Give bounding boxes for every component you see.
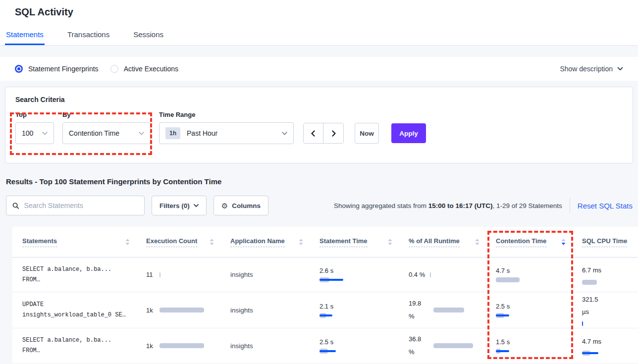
- radio-active-executions[interactable]: Active Executions: [110, 65, 179, 73]
- contention-time-cell: 1.5 s: [496, 338, 582, 354]
- chevron-down-icon: [617, 67, 623, 71]
- table-row: SELECT a.balance, b.ba... FROM… 11 insig…: [12, 258, 638, 292]
- sort-icon: [388, 239, 392, 245]
- chevron-down-icon: [139, 132, 144, 135]
- search-criteria-panel: Search Criteria Top 100 By Contention Ti…: [5, 87, 633, 163]
- top-field: Top 100: [15, 111, 54, 144]
- radio-selected-icon: [15, 65, 23, 73]
- apply-button[interactable]: Apply: [391, 123, 426, 143]
- runtime-pct-cell: 19.8 %: [409, 297, 496, 323]
- statement-time-cell: 2.5 s: [319, 338, 409, 354]
- runtime-pct-bar: [433, 343, 473, 348]
- runtime-pct-bar: [430, 272, 431, 277]
- sql-cpu-time-bar: [582, 351, 598, 356]
- column-header-runtime-pct[interactable]: % of All Runtime: [409, 237, 496, 247]
- reset-sql-stats-link[interactable]: Reset SQL Stats: [578, 202, 633, 210]
- page-header: SQL Activity Statements Transactions Ses…: [0, 0, 638, 46]
- radio-statement-fingerprints[interactable]: Statement Fingerprints: [15, 65, 99, 73]
- application-name-cell: insights: [230, 342, 319, 350]
- show-description-label: Show description: [560, 65, 613, 73]
- sort-icon-active-desc: [561, 239, 566, 245]
- column-header-statement-time[interactable]: Statement Time: [319, 237, 409, 247]
- radio-label: Active Executions: [124, 65, 179, 73]
- statement-link[interactable]: SELECT a.balance, b.ba... FROM…: [22, 335, 146, 356]
- table-row: SELECT a.balance, b.ba... FROM… 1k insig…: [12, 328, 638, 363]
- time-step-buttons: [303, 123, 344, 144]
- filters-label: Filters (0): [160, 202, 190, 209]
- aggregated-stats-text: Showing aggregated stats from 15:00 to 1…: [334, 202, 562, 209]
- top-select-value: 100: [22, 129, 33, 137]
- sql-cpu-time-bar: [582, 321, 583, 326]
- search-statements-input[interactable]: [24, 202, 138, 209]
- time-range-label: Time Range: [159, 111, 294, 118]
- results-heading: Results - Top 100 Statement Fingerprints…: [6, 177, 638, 186]
- statement-time-cell: 2.1 s: [319, 303, 409, 318]
- by-select[interactable]: Contention Time: [62, 122, 151, 144]
- sort-icon: [299, 239, 303, 245]
- runtime-pct-cell: 0.4 %: [409, 268, 496, 281]
- statement-link[interactable]: SELECT a.balance, b.ba... FROM…: [22, 264, 146, 285]
- radio-unselected-icon: [110, 65, 118, 73]
- now-button[interactable]: Now: [355, 123, 379, 144]
- application-name-cell: insights: [230, 271, 319, 278]
- runtime-pct-bar: [433, 308, 464, 312]
- contention-time-cell: 2.5 s: [496, 303, 582, 318]
- statement-time-bar: [319, 277, 343, 282]
- chevron-left-icon: [310, 130, 317, 137]
- statement-link[interactable]: UPDATE insights_workload_table_0 SE…: [22, 300, 146, 320]
- execution-count-bar: [160, 308, 204, 312]
- time-range-select[interactable]: 1h Past Hour: [159, 122, 294, 144]
- next-time-button[interactable]: [323, 123, 343, 143]
- execution-count-cell: 1k: [146, 342, 230, 350]
- column-header-execution-count[interactable]: Execution Count: [146, 237, 230, 247]
- execution-count-cell: 11: [146, 271, 230, 278]
- sql-cpu-time-cell: 4.7 ms: [582, 336, 638, 356]
- chevron-down-icon: [194, 204, 199, 208]
- statement-search-box: [6, 196, 145, 215]
- contention-time-bar: [496, 349, 509, 354]
- page-title: SQL Activity: [15, 6, 638, 18]
- time-range-badge: 1h: [165, 127, 180, 139]
- by-label: By: [62, 111, 151, 118]
- gear-icon: ⚙: [221, 202, 228, 209]
- filters-button[interactable]: Filters (0): [152, 196, 207, 215]
- execution-count-bar: [160, 343, 204, 348]
- top-label: Top: [15, 111, 54, 118]
- column-header-statements[interactable]: Statements: [22, 237, 146, 247]
- sql-cpu-time-cell: 6.7 ms: [582, 264, 638, 285]
- by-field: By Contention Time: [62, 111, 151, 144]
- sort-icon: [210, 239, 214, 245]
- sort-icon: [125, 239, 130, 245]
- statement-time-bar: [319, 313, 332, 318]
- runtime-pct-cell: 36.8 %: [409, 333, 496, 359]
- chevron-right-icon: [330, 130, 337, 137]
- search-icon: [12, 202, 19, 209]
- tab-bar: Statements Transactions Sessions: [5, 30, 638, 45]
- radio-label: Statement Fingerprints: [28, 65, 99, 73]
- columns-button[interactable]: ⚙ Columns: [213, 196, 268, 215]
- view-toggle-group: Statement Fingerprints Active Executions: [15, 65, 190, 73]
- application-name-cell: insights: [230, 307, 319, 314]
- column-header-application-name[interactable]: Application Name: [230, 237, 319, 247]
- contention-time-bar: [496, 313, 509, 318]
- show-description-toggle[interactable]: Show description: [560, 65, 623, 73]
- top-select[interactable]: 100: [15, 122, 54, 144]
- table-row: UPDATE insights_workload_table_0 SE… 1k …: [12, 292, 638, 328]
- previous-time-button[interactable]: [304, 123, 323, 143]
- table-header-row: Statements Execution Count Application N…: [12, 227, 638, 258]
- view-toggle-bar: Statement Fingerprints Active Executions…: [0, 57, 638, 81]
- results-controls: Filters (0) ⚙ Columns Showing aggregated…: [6, 196, 633, 215]
- stats-time-range: 15:00 to 16:17 (UTC): [428, 202, 493, 209]
- contention-time-cell: 4.7 s: [496, 267, 582, 282]
- column-header-sql-cpu-time[interactable]: SQL CPU Time: [582, 237, 638, 247]
- statements-table: Statements Execution Count Application N…: [12, 227, 638, 363]
- sql-cpu-time-cell: 321.5 µs: [582, 294, 638, 326]
- column-header-contention-time[interactable]: Contention Time: [496, 237, 582, 247]
- statement-time-cell: 2.6 s: [319, 267, 409, 282]
- tab-transactions[interactable]: Transactions: [66, 30, 110, 45]
- search-criteria-heading: Search Criteria: [15, 96, 623, 104]
- chevron-down-icon: [42, 132, 48, 135]
- divider: [570, 198, 570, 213]
- tab-sessions[interactable]: Sessions: [132, 30, 164, 45]
- tab-statements[interactable]: Statements: [5, 30, 45, 45]
